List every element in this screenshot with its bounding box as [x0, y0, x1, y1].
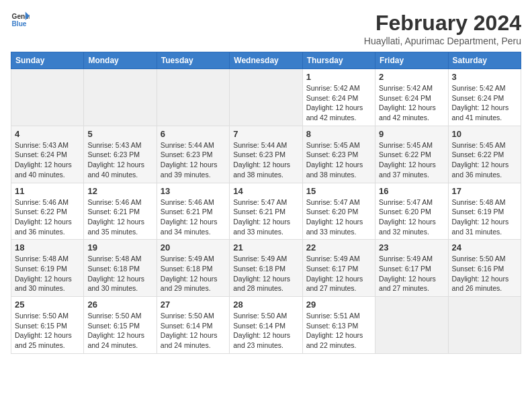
day-number: 20: [161, 242, 226, 253]
day-number: 14: [233, 186, 298, 196]
calendar-cell: 19Sunrise: 5:48 AMSunset: 6:18 PMDayligh…: [84, 240, 157, 297]
day-info: Sunrise: 5:49 AMSunset: 6:18 PMDaylight:…: [233, 254, 298, 293]
calendar-cell: 2Sunrise: 5:42 AMSunset: 6:24 PMDaylight…: [375, 69, 448, 126]
day-number: 29: [306, 300, 371, 310]
day-number: 19: [87, 242, 152, 253]
day-number: 18: [15, 242, 80, 253]
logo: General Blue General Blue: [11, 11, 30, 30]
day-number: 24: [452, 242, 517, 253]
day-info: Sunrise: 5:46 AMSunset: 6:21 PMDaylight:…: [161, 197, 226, 237]
day-info: Sunrise: 5:45 AMSunset: 6:22 PMDaylight:…: [379, 140, 444, 180]
calendar-cell: [230, 69, 302, 126]
calendar-cell: 26Sunrise: 5:50 AMSunset: 6:15 PMDayligh…: [84, 297, 157, 354]
calendar-cell: 5Sunrise: 5:43 AMSunset: 6:23 PMDaylight…: [84, 126, 157, 183]
day-info: Sunrise: 5:47 AMSunset: 6:20 PMDaylight:…: [379, 197, 444, 237]
day-info: Sunrise: 5:50 AMSunset: 6:15 PMDaylight:…: [87, 311, 152, 351]
calendar-cell: 11Sunrise: 5:46 AMSunset: 6:22 PMDayligh…: [11, 183, 84, 240]
day-of-week-header: Sunday: [11, 52, 84, 69]
calendar-cell: 13Sunrise: 5:46 AMSunset: 6:21 PMDayligh…: [157, 183, 229, 240]
calendar-cell: 15Sunrise: 5:47 AMSunset: 6:20 PMDayligh…: [302, 183, 375, 240]
calendar-body: 1Sunrise: 5:42 AMSunset: 6:24 PMDaylight…: [11, 69, 521, 354]
day-number: 4: [15, 129, 80, 139]
calendar-cell: 12Sunrise: 5:46 AMSunset: 6:21 PMDayligh…: [84, 183, 157, 240]
day-info: Sunrise: 5:47 AMSunset: 6:20 PMDaylight:…: [306, 197, 371, 237]
calendar-cell: 14Sunrise: 5:47 AMSunset: 6:21 PMDayligh…: [230, 183, 302, 240]
day-info: Sunrise: 5:49 AMSunset: 6:17 PMDaylight:…: [306, 254, 371, 293]
day-of-week-header: Tuesday: [157, 52, 229, 69]
calendar-cell: 22Sunrise: 5:49 AMSunset: 6:17 PMDayligh…: [302, 240, 375, 297]
day-info: Sunrise: 5:44 AMSunset: 6:23 PMDaylight:…: [233, 140, 298, 180]
calendar-week-row: 25Sunrise: 5:50 AMSunset: 6:15 PMDayligh…: [11, 297, 521, 354]
calendar-cell: 27Sunrise: 5:50 AMSunset: 6:14 PMDayligh…: [157, 297, 229, 354]
day-number: 5: [87, 129, 152, 139]
day-info: Sunrise: 5:44 AMSunset: 6:23 PMDaylight:…: [161, 140, 226, 180]
page-header: General Blue General Blue February 2024 …: [11, 11, 521, 46]
calendar-cell: 6Sunrise: 5:44 AMSunset: 6:23 PMDaylight…: [157, 126, 229, 183]
title-section: February 2024 Huayllati, Apurimac Depart…: [364, 11, 521, 46]
day-info: Sunrise: 5:48 AMSunset: 6:18 PMDaylight:…: [87, 254, 152, 293]
day-number: 15: [306, 186, 371, 196]
day-number: 17: [452, 186, 517, 196]
calendar-cell: 8Sunrise: 5:45 AMSunset: 6:23 PMDaylight…: [302, 126, 375, 183]
days-of-week-row: SundayMondayTuesdayWednesdayThursdayFrid…: [11, 52, 521, 69]
day-info: Sunrise: 5:42 AMSunset: 6:24 PMDaylight:…: [379, 83, 444, 123]
calendar-cell: [84, 69, 157, 126]
day-number: 10: [452, 129, 517, 139]
subtitle: Huayllati, Apurimac Department, Peru: [364, 36, 521, 46]
day-number: 9: [379, 129, 444, 139]
calendar-cell: 24Sunrise: 5:50 AMSunset: 6:16 PMDayligh…: [448, 240, 521, 297]
day-info: Sunrise: 5:49 AMSunset: 6:17 PMDaylight:…: [379, 254, 444, 293]
day-number: 21: [233, 242, 298, 253]
calendar-cell: 16Sunrise: 5:47 AMSunset: 6:20 PMDayligh…: [375, 183, 448, 240]
day-info: Sunrise: 5:43 AMSunset: 6:24 PMDaylight:…: [15, 140, 80, 180]
svg-text:Blue: Blue: [12, 20, 27, 28]
day-info: Sunrise: 5:50 AMSunset: 6:14 PMDaylight:…: [233, 311, 298, 351]
calendar-cell: 18Sunrise: 5:48 AMSunset: 6:19 PMDayligh…: [11, 240, 84, 297]
day-info: Sunrise: 5:47 AMSunset: 6:21 PMDaylight:…: [233, 197, 298, 237]
day-number: 12: [87, 186, 152, 196]
calendar-cell: 25Sunrise: 5:50 AMSunset: 6:15 PMDayligh…: [11, 297, 84, 354]
calendar-cell: 3Sunrise: 5:42 AMSunset: 6:24 PMDaylight…: [448, 69, 521, 126]
day-info: Sunrise: 5:50 AMSunset: 6:14 PMDaylight:…: [161, 311, 226, 351]
day-number: 7: [233, 129, 298, 139]
day-info: Sunrise: 5:49 AMSunset: 6:18 PMDaylight:…: [161, 254, 226, 293]
day-number: 27: [161, 300, 226, 310]
day-number: 2: [379, 72, 444, 82]
calendar-cell: 21Sunrise: 5:49 AMSunset: 6:18 PMDayligh…: [230, 240, 302, 297]
day-number: 8: [306, 129, 371, 139]
calendar-cell: 10Sunrise: 5:45 AMSunset: 6:22 PMDayligh…: [448, 126, 521, 183]
day-info: Sunrise: 5:50 AMSunset: 6:16 PMDaylight:…: [452, 254, 517, 293]
calendar-table: SundayMondayTuesdayWednesdayThursdayFrid…: [11, 52, 521, 354]
calendar-cell: [448, 297, 521, 354]
day-number: 1: [306, 72, 371, 82]
day-number: 22: [306, 242, 371, 253]
calendar-week-row: 11Sunrise: 5:46 AMSunset: 6:22 PMDayligh…: [11, 183, 521, 240]
calendar-week-row: 18Sunrise: 5:48 AMSunset: 6:19 PMDayligh…: [11, 240, 521, 297]
day-info: Sunrise: 5:42 AMSunset: 6:24 PMDaylight:…: [452, 83, 517, 123]
day-of-week-header: Thursday: [302, 52, 375, 69]
day-of-week-header: Saturday: [448, 52, 521, 69]
day-info: Sunrise: 5:45 AMSunset: 6:23 PMDaylight:…: [306, 140, 371, 180]
day-of-week-header: Monday: [84, 52, 157, 69]
calendar-week-row: 4Sunrise: 5:43 AMSunset: 6:24 PMDaylight…: [11, 126, 521, 183]
day-number: 25: [15, 300, 80, 310]
day-of-week-header: Friday: [375, 52, 448, 69]
calendar-cell: 7Sunrise: 5:44 AMSunset: 6:23 PMDaylight…: [230, 126, 302, 183]
calendar-cell: 23Sunrise: 5:49 AMSunset: 6:17 PMDayligh…: [375, 240, 448, 297]
day-info: Sunrise: 5:46 AMSunset: 6:22 PMDaylight:…: [15, 197, 80, 237]
calendar-week-row: 1Sunrise: 5:42 AMSunset: 6:24 PMDaylight…: [11, 69, 521, 126]
day-info: Sunrise: 5:42 AMSunset: 6:24 PMDaylight:…: [306, 83, 371, 123]
calendar-cell: 1Sunrise: 5:42 AMSunset: 6:24 PMDaylight…: [302, 69, 375, 126]
calendar-cell: 29Sunrise: 5:51 AMSunset: 6:13 PMDayligh…: [302, 297, 375, 354]
day-info: Sunrise: 5:51 AMSunset: 6:13 PMDaylight:…: [306, 311, 371, 351]
calendar-cell: 17Sunrise: 5:48 AMSunset: 6:19 PMDayligh…: [448, 183, 521, 240]
calendar-cell: 28Sunrise: 5:50 AMSunset: 6:14 PMDayligh…: [230, 297, 302, 354]
day-info: Sunrise: 5:48 AMSunset: 6:19 PMDaylight:…: [452, 197, 517, 237]
day-number: 26: [87, 300, 152, 310]
day-number: 11: [15, 186, 80, 196]
day-number: 16: [379, 186, 444, 196]
day-info: Sunrise: 5:45 AMSunset: 6:22 PMDaylight:…: [452, 140, 517, 180]
day-info: Sunrise: 5:43 AMSunset: 6:23 PMDaylight:…: [87, 140, 152, 180]
day-number: 28: [233, 300, 298, 310]
day-info: Sunrise: 5:48 AMSunset: 6:19 PMDaylight:…: [15, 254, 80, 293]
